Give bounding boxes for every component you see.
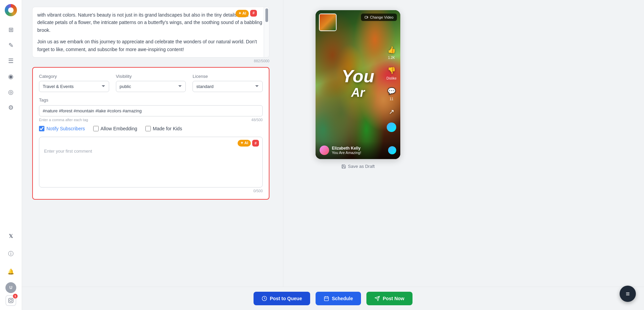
tags-section: Tags Enter a comma after each tag 48/500 <box>39 97 263 122</box>
thumbnail-inner <box>320 14 336 30</box>
save-icon <box>341 164 346 169</box>
comment-badges: ✦ AI # <box>238 140 259 147</box>
made-for-kids-checkbox[interactable] <box>145 126 151 131</box>
author-avatar <box>320 146 329 155</box>
like-icon: 👍 <box>386 44 397 55</box>
comment-box[interactable]: ✦ AI # Enter your first comment <box>39 137 263 187</box>
video-text-line2: Ar <box>342 86 374 99</box>
comment-char-count: 0/500 <box>39 189 263 193</box>
change-video-icon <box>364 15 368 19</box>
author-info: Elizabeth Kelly You Are Amazing! <box>332 146 361 155</box>
info-icon[interactable]: ⓘ <box>4 247 18 261</box>
description-text-1: with vibrant colors. Nature's beauty is … <box>37 11 264 34</box>
license-label: License <box>193 74 263 79</box>
avatar-initials: U <box>9 285 13 290</box>
share-icon: ↗ <box>386 106 397 117</box>
bell-icon[interactable]: 🔔 <box>4 265 18 278</box>
author-subtitle: You Are Amazing! <box>332 151 361 155</box>
fab-button[interactable]: ≡ <box>620 286 636 302</box>
divider <box>283 0 283 287</box>
settings-panel: Category Travel & Events Nature Entertai… <box>32 67 269 200</box>
queue-icon <box>262 296 267 301</box>
svg-rect-0 <box>8 298 13 303</box>
allow-embedding-item[interactable]: Allow Embedding <box>93 126 137 131</box>
post-now-label: Post Now <box>383 296 404 301</box>
license-group: License standard creative commons <box>193 74 263 92</box>
svg-rect-4 <box>324 297 328 301</box>
badges-row: ✦ AI # <box>236 10 257 17</box>
notify-subscribers-checkbox[interactable] <box>39 126 44 131</box>
comment-hash-badge[interactable]: # <box>252 140 259 147</box>
save-draft-label: Save as Draft <box>348 164 375 169</box>
post-to-queue-button[interactable]: Post to Queue <box>254 292 310 305</box>
tags-meta: Enter a comma after each tag 48/500 <box>39 118 263 122</box>
tags-input[interactable] <box>39 105 263 116</box>
like-button[interactable]: 👍 1.2K <box>386 44 397 60</box>
notify-subscribers-label: Notify Subscribers <box>46 126 85 131</box>
scrollbar-thumb <box>265 8 268 22</box>
post-now-icon <box>375 296 380 301</box>
comment-placeholder: Enter your first comment <box>44 149 258 154</box>
hash-badge[interactable]: # <box>250 10 257 17</box>
post-to-queue-label: Post to Queue <box>270 296 302 301</box>
license-select[interactable]: standard creative commons <box>193 81 263 92</box>
notify-subscribers-item[interactable]: Notify Subscribers <box>39 126 85 131</box>
ai-badge[interactable]: ✦ AI <box>236 10 249 17</box>
change-video-button[interactable]: Change Video <box>361 14 397 21</box>
app-logo[interactable] <box>5 4 17 16</box>
category-select[interactable]: Travel & Events Nature Entertainment Edu… <box>39 81 109 92</box>
description-wrapper: ✦ AI # with vibrant colors. Nature's bea… <box>32 7 269 58</box>
category-group: Category Travel & Events Nature Entertai… <box>39 74 109 92</box>
instagram-wrapper: 1 <box>5 295 16 306</box>
sidebar-item-dashboard[interactable]: ⊞ <box>4 23 18 37</box>
sidebar-item-rss[interactable]: ◉ <box>4 70 18 83</box>
comment-ai-badge[interactable]: ✦ AI <box>238 140 251 147</box>
tags-count: 48/500 <box>251 118 263 122</box>
tags-hint: Enter a comma after each tag <box>39 118 88 122</box>
comment-button[interactable]: 💬 11 <box>386 86 397 101</box>
twitter-icon[interactable]: 𝕏 <box>4 229 18 243</box>
visibility-group: Visibility public private unlisted <box>116 74 186 92</box>
save-draft-button[interactable]: Save as Draft <box>341 164 375 169</box>
schedule-label: Schedule <box>332 296 353 301</box>
description-char-count: 882/5000 <box>32 59 269 63</box>
post-now-button[interactable]: Post Now <box>366 292 412 305</box>
logo-inner <box>8 7 14 13</box>
schedule-button[interactable]: Schedule <box>316 292 361 305</box>
sidebar-item-edit[interactable]: ✎ <box>4 39 18 52</box>
share-avatar-inner <box>387 123 396 132</box>
collab-avatar <box>388 146 396 154</box>
video-actions: 👍 1.2K 👎 Dislike 💬 11 ↗ <box>386 44 397 132</box>
description-text-2: Join us as we embark on this journey to … <box>37 38 264 53</box>
made-for-kids-item[interactable]: Made for Kids <box>145 126 182 131</box>
thumbnail-preview <box>319 14 337 31</box>
fab-icon: ≡ <box>626 290 630 298</box>
dislike-label: Dislike <box>386 76 396 80</box>
video-bottom-overlay: Elizabeth Kelly You Are Amazing! <box>316 141 400 159</box>
dropdowns-row: Category Travel & Events Nature Entertai… <box>39 74 263 92</box>
svg-point-1 <box>10 300 12 302</box>
tags-label: Tags <box>39 97 263 103</box>
preview-panel: Change Video You Ar 👍 1.2K 👎 Dislike <box>287 0 429 287</box>
visibility-select[interactable]: public private unlisted <box>116 81 186 92</box>
content-wrapper: ✦ AI # with vibrant colors. Nature's bea… <box>22 0 644 287</box>
video-text-line1: You <box>342 66 374 86</box>
video-preview: Change Video You Ar 👍 1.2K 👎 Dislike <box>316 10 400 159</box>
allow-embedding-label: Allow Embedding <box>101 126 137 131</box>
comment-icon: 💬 <box>386 86 397 96</box>
bottom-bar: Post to Queue Schedule Post Now <box>22 287 644 310</box>
dislike-button[interactable]: 👎 Dislike <box>386 65 397 80</box>
sidebar-item-document[interactable]: ☰ <box>4 54 18 68</box>
share-button[interactable]: ↗ <box>386 106 397 117</box>
main-area: ✦ AI # with vibrant colors. Nature's bea… <box>22 0 644 310</box>
category-label: Category <box>39 74 109 79</box>
svg-point-2 <box>12 299 12 300</box>
allow-embedding-checkbox[interactable] <box>93 126 99 131</box>
sidebar-item-settings[interactable]: ⚙ <box>4 101 18 114</box>
sidebar-item-eye[interactable]: ◎ <box>4 85 18 99</box>
user-avatar[interactable]: U <box>5 282 16 293</box>
visibility-label: Visibility <box>116 74 186 79</box>
share-avatar <box>387 123 396 132</box>
author-name: Elizabeth Kelly <box>332 146 361 151</box>
checkboxes-row: Notify Subscribers Allow Embedding Made … <box>39 126 263 131</box>
